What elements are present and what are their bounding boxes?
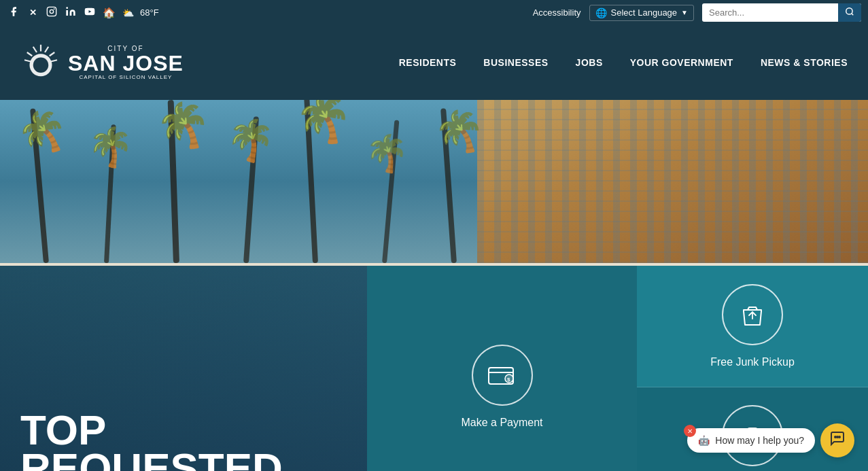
svg-point-24 — [837, 436, 838, 438]
search-input[interactable] — [702, 5, 838, 20]
logo-subtitle: CAPITAL OF SILICON VALLEY — [68, 74, 184, 80]
svg-line-6 — [852, 14, 854, 16]
accessibility-link[interactable]: Accessibility — [533, 7, 581, 18]
hero-background: 🌴 🌴 🌴 🌴 🌴 🌴 🌴 — [0, 100, 868, 263]
svg-point-2 — [54, 9, 54, 10]
social-icons-group: ✕ 🏠 ⛅ 68°F — [7, 6, 159, 19]
chat-open-button[interactable] — [820, 423, 854, 457]
weather-partly-cloudy-icon: ⛅ — [121, 7, 135, 18]
city-logo-icon — [20, 42, 61, 83]
main-nav: RESIDENTS BUSINESSES JOBS YOUR GOVERNMEN… — [224, 57, 848, 68]
instagram-icon[interactable] — [45, 6, 58, 19]
language-globe-icon: 🌐 — [595, 7, 607, 18]
svg-line-13 — [27, 52, 33, 56]
residents-link[interactable]: RESIDENTS — [399, 57, 457, 68]
your-government-link[interactable]: YOUR GOVERNMENT — [630, 57, 733, 68]
svg-rect-0 — [47, 7, 56, 16]
make-a-payment-card[interactable]: $ Make a Payment — [367, 266, 637, 471]
home-icon[interactable]: 🏠 — [102, 7, 116, 19]
search-icon — [845, 7, 854, 16]
payment-icon-circle: $ — [472, 345, 533, 406]
top-requested-text: TOP REQUESTED — [20, 411, 283, 471]
svg-line-14 — [24, 60, 31, 61]
requested-label: REQUESTED — [20, 449, 283, 471]
language-label: Select Language — [611, 7, 678, 18]
junk-pickup-icon-circle — [722, 284, 783, 345]
junk-pickup-label: Free Junk Pickup — [710, 356, 795, 368]
svg-point-15 — [33, 58, 49, 73]
temperature-display: 68°F — [140, 7, 159, 18]
svg-line-11 — [51, 60, 57, 61]
language-dropdown-icon: ▼ — [681, 9, 688, 16]
middle-panel: $ Make a Payment — [367, 266, 637, 471]
svg-point-3 — [66, 7, 68, 9]
chat-bubble-container: ✕ 🤖 How may I help you? — [687, 428, 815, 453]
free-junk-pickup-card[interactable]: Free Junk Pickup — [637, 266, 868, 387]
top-label: TOP — [20, 411, 283, 449]
businesses-link[interactable]: BUSINESSES — [483, 57, 548, 68]
close-icon: ✕ — [687, 428, 693, 435]
chat-bubble[interactable]: 🤖 How may I help you? — [687, 428, 815, 453]
chat-robot-icon: 🤖 — [698, 435, 710, 446]
nav-bar: CITY OF SAN JOSE CAPITAL OF SILICON VALL… — [0, 25, 868, 100]
svg-point-1 — [50, 10, 53, 13]
svg-line-10 — [50, 52, 55, 56]
payment-icon: $ — [485, 358, 519, 392]
chat-widget: ✕ 🤖 How may I help you? — [687, 423, 854, 457]
linkedin-icon[interactable] — [64, 6, 77, 19]
chat-bubble-icon — [829, 430, 846, 447]
logo-city-name: SAN JOSE — [68, 52, 184, 74]
make-payment-label: Make a Payment — [461, 417, 542, 429]
top-requested-panel: TOP REQUESTED — [0, 266, 367, 471]
chat-icon — [829, 430, 846, 451]
news-stories-link[interactable]: NEWS & STORIES — [761, 57, 848, 68]
svg-line-9 — [45, 47, 48, 52]
top-bar: ✕ 🏠 ⛅ 68°F Accessibility 🌐 Select Langua… — [0, 0, 868, 25]
facebook-icon[interactable] — [7, 6, 20, 19]
search-bar — [702, 3, 861, 22]
x-twitter-icon[interactable]: ✕ — [26, 7, 39, 18]
svg-text:$: $ — [507, 377, 510, 383]
svg-line-12 — [33, 47, 37, 52]
svg-point-23 — [835, 436, 836, 438]
logo-text: CITY OF SAN JOSE CAPITAL OF SILICON VALL… — [68, 45, 184, 80]
svg-point-25 — [839, 436, 840, 438]
chat-bubble-text: How may I help you? — [715, 435, 804, 446]
youtube-icon[interactable] — [83, 6, 97, 19]
search-button[interactable] — [838, 3, 861, 22]
jobs-link[interactable]: JOBS — [576, 57, 603, 68]
logo-area[interactable]: CITY OF SAN JOSE CAPITAL OF SILICON VALL… — [20, 42, 184, 83]
svg-point-5 — [846, 8, 852, 14]
hero-section: 🌴 🌴 🌴 🌴 🌴 🌴 🌴 — [0, 100, 868, 263]
language-selector[interactable]: 🌐 Select Language ▼ — [589, 5, 695, 21]
junk-pickup-icon — [735, 298, 769, 332]
